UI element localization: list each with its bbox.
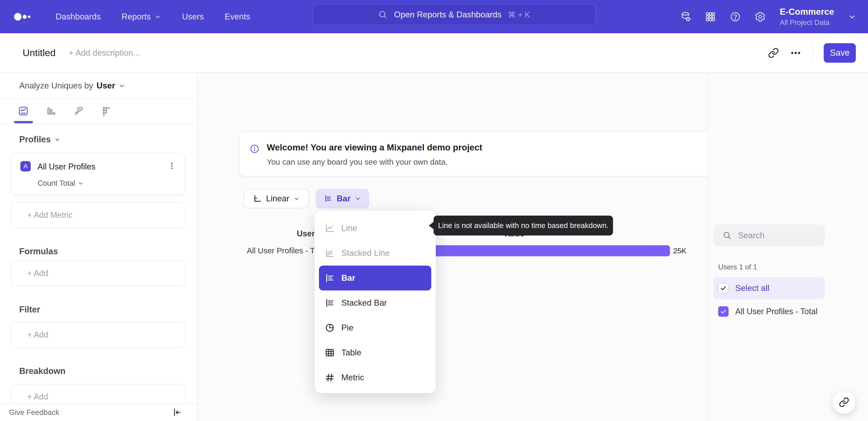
project-scope: All Project Data [780,18,834,27]
query-builder-sidebar: Analyze Uniques by User [0,73,197,421]
dropdown-item-label: Bar [341,273,355,283]
report-toolbar: Untitled + Add description... Save [0,33,868,73]
primary-nav: Dashboards Reports Users Events [56,12,250,22]
dropdown-item-stacked-line[interactable]: Stacked Line [315,241,436,265]
nav-item-label: Users [182,12,204,22]
stacked-bar-chart-icon [324,298,335,308]
link-icon [839,397,849,408]
check-icon [720,308,727,315]
dropdown-item-metric[interactable]: Metric [315,365,436,390]
more-options-icon[interactable] [790,47,802,59]
metric-card-all-user-profiles[interactable]: A All User Profiles Count Total [10,153,185,195]
dropdown-item-pie[interactable]: Pie [315,315,436,340]
metric-name[interactable]: All User Profiles [37,162,95,171]
add-metric-button[interactable]: + Add Metric [10,202,185,228]
mixpanel-logo[interactable] [13,11,34,22]
nav-item-reports[interactable]: Reports [122,12,161,22]
apps-grid-icon[interactable] [705,11,716,22]
series-count-label: Users 1 of 1 [718,263,757,271]
chevron-down-icon[interactable] [119,82,125,89]
section-heading-label: Profiles [19,135,51,144]
add-filter-button[interactable]: + Add [10,322,185,348]
report-description-placeholder[interactable]: + Add description... [69,48,140,58]
formulas-section-heading: Formulas [19,247,58,256]
report-title[interactable]: Untitled [23,47,56,58]
chevron-down-icon [355,195,361,202]
collapse-sidebar-icon[interactable] [172,408,182,417]
filter-section-heading: Filter [19,305,40,314]
select-all-checkbox[interactable] [718,283,728,293]
nav-item-users[interactable]: Users [182,12,204,22]
banner-subtitle: You can use any board you see with your … [267,158,447,167]
dropdown-item-line[interactable]: Line [315,216,436,241]
chevron-down-icon [293,195,300,202]
dropdown-item-label: Metric [341,373,364,382]
select-all-row[interactable]: Select all [714,277,825,299]
nav-item-dashboards[interactable]: Dashboards [56,12,101,22]
metric-badge: A [20,161,31,171]
series-checkbox[interactable] [718,306,728,317]
series-panel: Search Users 1 of 1 Select all All User … [708,73,868,421]
series-search-input[interactable]: Search [714,224,825,246]
dropdown-item-bar[interactable]: Bar [319,265,431,290]
dropdown-item-label: Pie [341,323,353,333]
save-button[interactable]: Save [824,43,856,63]
dropdown-item-label: Table [341,348,361,358]
aggregation-label: Count Total [37,179,75,188]
profiles-section-heading[interactable]: Profiles [19,135,61,144]
search-shortcut: ⌘ + K [508,10,530,19]
settings-gear-icon[interactable] [755,11,766,22]
series-item-label: All User Profiles - Total [735,307,817,316]
metric-hash-icon [324,372,335,383]
dropdown-item-stacked-bar[interactable]: Stacked Bar [315,290,436,315]
tab-flows[interactable] [73,106,84,116]
metric-aggregation-selector[interactable]: Count Total [37,179,84,188]
stacked-line-chart-icon [324,248,335,258]
scale-selector-button[interactable]: Linear [244,189,309,208]
banner-title: Welcome! You are viewing a Mixpanel demo… [267,142,483,152]
help-icon[interactable] [730,11,741,22]
table-icon [324,347,335,358]
info-icon [250,144,259,154]
check-icon [720,285,727,291]
dropdown-item-label: Line [341,224,357,233]
report-canvas: Welcome! You are viewing a Mixpanel demo… [197,73,708,421]
content-area: Analyze Uniques by User [0,73,868,421]
share-link-fab[interactable] [833,391,856,414]
section-heading-label: Breakdown [19,366,66,376]
bar-chart-icon [324,273,335,283]
divider [812,43,813,63]
tooltip-text: Line is not available with no time based… [438,221,609,230]
select-all-label: Select all [735,283,769,293]
tab-funnels[interactable] [46,106,56,116]
series-search-placeholder: Search [738,231,765,240]
bar-value-label: 25K [673,247,686,255]
give-feedback-link[interactable]: Give Feedback [9,408,59,417]
tab-insights[interactable] [18,106,29,116]
nav-item-label: Events [225,12,250,22]
scale-label: Linear [266,194,289,203]
search-icon [378,10,388,20]
chart-type-label: Bar [337,194,350,203]
copy-link-icon[interactable] [768,48,779,58]
axis-icon [253,194,262,203]
search-icon [723,231,732,240]
global-search[interactable]: Open Reports & Dashboards ⌘ + K [313,4,596,25]
add-formula-button[interactable]: + Add [10,260,185,286]
toolbar-actions: Save [768,43,856,63]
chevron-down-icon [54,136,61,143]
tab-retention[interactable] [101,106,112,116]
nav-item-events[interactable]: Events [225,12,250,22]
data-management-icon[interactable] [680,11,691,22]
search-placeholder: Open Reports & Dashboards [394,10,501,20]
analyze-entity-selector[interactable]: User [96,81,115,90]
chart-type-button[interactable]: Bar [315,189,369,208]
report-type-tabs [0,100,197,123]
project-switcher[interactable]: E-Commerce All Project Data [780,7,834,27]
nav-right-cluster: E-Commerce All Project Data [680,0,856,33]
dropdown-item-table[interactable]: Table [315,340,436,365]
metric-kebab-icon[interactable] [167,161,176,170]
project-name: E-Commerce [780,7,834,17]
dropdown-item-label: Stacked Line [341,248,390,258]
series-item-row[interactable]: All User Profiles - Total [714,302,825,321]
